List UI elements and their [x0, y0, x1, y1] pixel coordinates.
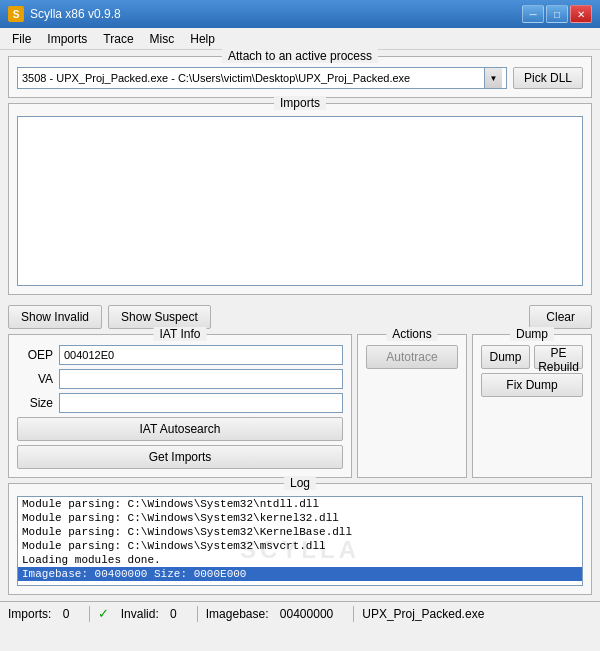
- imagebase-label: Imagebase:: [206, 607, 269, 621]
- log-line[interactable]: Loading modules done.: [18, 553, 582, 567]
- status-process-name: UPX_Proj_Packed.exe: [362, 607, 496, 621]
- log-panel: Log Module parsing: C:\Windows\System32\…: [8, 483, 592, 595]
- pe-rebuild-button[interactable]: PE Rebuild: [534, 345, 583, 369]
- status-bar: Imports: 0 ✓ Invalid: 0 Imagebase: 00400…: [0, 601, 600, 625]
- dump-button[interactable]: Dump: [481, 345, 530, 369]
- menu-help[interactable]: Help: [182, 30, 223, 48]
- imports-label: Imports: [274, 96, 326, 110]
- attach-row: 3508 - UPX_Proj_Packed.exe - C:\Users\vi…: [17, 67, 583, 89]
- attach-label: Attach to an active process: [222, 49, 378, 63]
- main-content: Attach to an active process 3508 - UPX_P…: [0, 50, 600, 601]
- actions-label: Actions: [386, 327, 437, 341]
- va-label: VA: [17, 372, 53, 386]
- imports-status-label: Imports:: [8, 607, 51, 621]
- status-imagebase: Imagebase: 00400000: [206, 607, 345, 621]
- minimize-button[interactable]: ─: [522, 5, 544, 23]
- status-sep-1: [89, 606, 90, 622]
- show-suspect-button[interactable]: Show Suspect: [108, 305, 211, 329]
- log-line[interactable]: Module parsing: C:\Windows\System32\ntdl…: [18, 497, 582, 511]
- invalid-status-value: 0: [170, 607, 177, 621]
- dump-grid: Dump PE Rebuild: [481, 345, 583, 369]
- combo-arrow-icon[interactable]: ▼: [484, 68, 502, 88]
- clear-button[interactable]: Clear: [529, 305, 592, 329]
- log-line[interactable]: Module parsing: C:\Windows\System32\kern…: [18, 511, 582, 525]
- log-line[interactable]: Module parsing: C:\Windows\System32\Kern…: [18, 525, 582, 539]
- size-input[interactable]: [59, 393, 343, 413]
- oep-input[interactable]: [59, 345, 343, 365]
- status-sep-2: [197, 606, 198, 622]
- menu-bar: File Imports Trace Misc Help: [0, 28, 600, 50]
- iat-info-label: IAT Info: [154, 327, 207, 341]
- iat-info-panel: IAT Info OEP VA Size IAT Autosearch Get …: [8, 334, 352, 478]
- title-bar-controls: ─ □ ✕: [522, 5, 592, 23]
- menu-misc[interactable]: Misc: [142, 30, 183, 48]
- menu-file[interactable]: File: [4, 30, 39, 48]
- log-area[interactable]: Module parsing: C:\Windows\System32\ntdl…: [17, 496, 583, 586]
- title-bar-text: Scylla x86 v0.9.8: [30, 7, 522, 21]
- pick-dll-button[interactable]: Pick DLL: [513, 67, 583, 89]
- status-invalid: ✓ Invalid: 0: [98, 606, 188, 621]
- va-input[interactable]: [59, 369, 343, 389]
- imports-status-value: 0: [63, 607, 70, 621]
- get-imports-button[interactable]: Get Imports: [17, 445, 343, 469]
- size-label: Size: [17, 396, 53, 410]
- imports-section: Imports: [8, 103, 592, 295]
- iat-autosearch-button[interactable]: IAT Autosearch: [17, 417, 343, 441]
- menu-trace[interactable]: Trace: [95, 30, 141, 48]
- close-button[interactable]: ✕: [570, 5, 592, 23]
- maximize-button[interactable]: □: [546, 5, 568, 23]
- actions-panel: Actions Autotrace: [357, 334, 467, 478]
- menu-imports[interactable]: Imports: [39, 30, 95, 48]
- fix-dump-button[interactable]: Fix Dump: [481, 373, 583, 397]
- attach-section: Attach to an active process 3508 - UPX_P…: [8, 56, 592, 98]
- show-invalid-button[interactable]: Show Invalid: [8, 305, 102, 329]
- process-combo-text: 3508 - UPX_Proj_Packed.exe - C:\Users\vi…: [22, 72, 484, 84]
- app-icon: S: [8, 6, 24, 22]
- imports-tree[interactable]: [17, 116, 583, 286]
- status-sep-3: [353, 606, 354, 622]
- check-icon: ✓: [98, 606, 109, 621]
- invalid-status-label: Invalid:: [121, 607, 159, 621]
- dump-label: Dump: [510, 327, 554, 341]
- process-combo[interactable]: 3508 - UPX_Proj_Packed.exe - C:\Users\vi…: [17, 67, 507, 89]
- log-line[interactable]: Imagebase: 00400000 Size: 0000E000: [18, 567, 582, 581]
- autotrace-button[interactable]: Autotrace: [366, 345, 458, 369]
- iat-grid: OEP VA Size: [17, 345, 343, 413]
- bottom-panels: IAT Info OEP VA Size IAT Autosearch Get …: [8, 334, 592, 478]
- title-bar: S Scylla x86 v0.9.8 ─ □ ✕: [0, 0, 600, 28]
- oep-label: OEP: [17, 348, 53, 362]
- filter-row: Show Invalid Show Suspect Clear: [8, 305, 592, 329]
- log-line[interactable]: Module parsing: C:\Windows\System32\msvc…: [18, 539, 582, 553]
- status-imports: Imports: 0: [8, 607, 81, 621]
- dump-panel: Dump Dump PE Rebuild Fix Dump: [472, 334, 592, 478]
- log-label: Log: [284, 476, 316, 490]
- imagebase-value: 00400000: [280, 607, 333, 621]
